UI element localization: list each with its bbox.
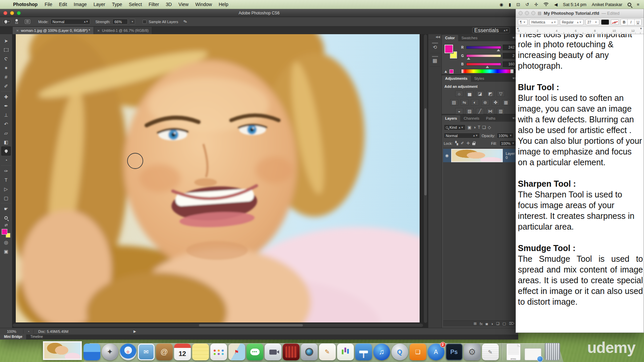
tab-styles[interactable]: Styles bbox=[471, 75, 488, 82]
blend-mode-dropdown[interactable]: Normal ▲▼ bbox=[444, 133, 480, 138]
menu-view[interactable]: View bbox=[175, 2, 192, 7]
zoom-button[interactable] bbox=[531, 11, 535, 15]
tool-spot-healing-brush[interactable]: ✚ bbox=[1, 92, 11, 101]
blue-value[interactable]: 160 bbox=[503, 61, 516, 67]
foreground-color-swatch[interactable] bbox=[2, 229, 7, 235]
spotlight-icon[interactable] bbox=[628, 3, 631, 6]
font-style-dropdown[interactable]: Regular▲▼ bbox=[560, 19, 584, 25]
record-icon[interactable]: ◉ bbox=[499, 2, 503, 7]
tool-move[interactable]: ➤ bbox=[1, 36, 11, 45]
filter-shape-layers-icon[interactable]: ❏ bbox=[482, 125, 486, 130]
horizontal-scroll-thumb[interactable] bbox=[199, 324, 303, 326]
dock-facetime[interactable] bbox=[265, 344, 281, 360]
tab-layers[interactable]: Layers bbox=[442, 115, 460, 122]
tab-adjustments[interactable]: Adjustments bbox=[442, 75, 471, 82]
dock-ibooks[interactable]: ❏ bbox=[410, 344, 426, 360]
dock-stationery[interactable] bbox=[525, 348, 541, 360]
filter-kind-dropdown[interactable]: Kind ▲▼ bbox=[444, 124, 466, 130]
layer-mask-icon[interactable]: ◙ bbox=[486, 322, 488, 326]
filter-type-layers-icon[interactable]: T bbox=[478, 125, 480, 130]
tab-mini-bridge[interactable]: Mini Bridge bbox=[0, 335, 26, 340]
font-size-dropdown[interactable]: 27▼ bbox=[585, 19, 599, 25]
textedit-titlebar[interactable]: ▤ My Photoshop Tutorial.rtfd — Edited bbox=[516, 9, 644, 18]
strength-field[interactable]: 66% bbox=[112, 19, 128, 24]
invert-icon[interactable]: ◒ bbox=[455, 108, 463, 114]
tab-woman-1[interactable]: ✕ woman-1.jpg @ 100% (Layer 0, RGB/8*) * bbox=[13, 27, 94, 34]
horizontal-scrollbar[interactable] bbox=[12, 323, 423, 327]
vertical-scrollbar[interactable] bbox=[424, 34, 427, 323]
link-layers-icon[interactable]: ⊞ bbox=[474, 321, 477, 326]
slider-thumb[interactable] bbox=[467, 57, 470, 60]
sample-all-layers-checkbox[interactable] bbox=[143, 20, 147, 24]
close-tab-icon[interactable]: ✕ bbox=[16, 29, 19, 33]
toggle-brush-panel-icon[interactable] bbox=[25, 19, 30, 24]
dock-pages[interactable]: ✎ bbox=[319, 344, 336, 360]
dock-system-preferences[interactable]: ⚙ bbox=[464, 344, 481, 360]
exposure-icon[interactable]: ◩ bbox=[486, 90, 494, 97]
tool-history-brush[interactable]: ↶ bbox=[1, 119, 11, 128]
history-panel-button[interactable]: ⟲ bbox=[430, 40, 440, 53]
bold-button[interactable]: B bbox=[621, 19, 628, 25]
menu-3d[interactable]: 3D bbox=[162, 2, 175, 7]
airbrush-icon[interactable]: ✎ bbox=[183, 19, 187, 24]
keyboard-nav-icon[interactable]: ✢ bbox=[534, 2, 538, 7]
wifi-icon[interactable] bbox=[543, 2, 549, 6]
tool-zoom[interactable] bbox=[1, 213, 11, 222]
menu-type[interactable]: Type bbox=[109, 2, 125, 7]
canvas-area[interactable] bbox=[12, 34, 428, 328]
tab-swatches[interactable]: Swatches bbox=[458, 35, 481, 41]
tab-timeline[interactable]: Timeline bbox=[26, 335, 47, 340]
menu-bar-clock[interactable]: Sat 5:14 pm bbox=[563, 2, 586, 7]
screen-mode-button[interactable]: ▣ bbox=[1, 247, 11, 256]
color-spectrum-ramp[interactable] bbox=[461, 69, 516, 73]
tool-dodge[interactable]: ◔ bbox=[1, 156, 11, 165]
lock-position-icon[interactable]: ✢ bbox=[467, 141, 470, 145]
red-slider[interactable] bbox=[466, 46, 501, 49]
dock-trash[interactable] bbox=[545, 343, 560, 360]
green-value[interactable]: 2 bbox=[503, 53, 516, 59]
menu-image[interactable]: Image bbox=[70, 2, 90, 7]
color-swatches[interactable] bbox=[2, 229, 10, 238]
red-value[interactable]: 242 bbox=[503, 45, 516, 50]
lock-image-icon[interactable]: ✐ bbox=[461, 141, 464, 145]
dock-iphoto[interactable] bbox=[301, 344, 318, 360]
tool-preset-picker[interactable]: ▾ bbox=[3, 19, 11, 24]
dock-finder[interactable] bbox=[84, 344, 100, 360]
fill-field[interactable]: 100% ▼ bbox=[499, 140, 516, 146]
tool-path-selection[interactable]: ▷ bbox=[1, 184, 11, 193]
swap-colors-icon[interactable]: ⇄ bbox=[1, 222, 11, 228]
dock-reminders[interactable] bbox=[210, 344, 227, 360]
strength-dropdown-button[interactable]: ▼ bbox=[130, 19, 135, 24]
dock-quicktime[interactable]: Q bbox=[391, 344, 408, 360]
tab-color[interactable]: Color bbox=[442, 35, 458, 41]
image-preview-thumbnail[interactable] bbox=[43, 341, 82, 360]
italic-button[interactable]: I bbox=[628, 19, 634, 25]
black-white-icon[interactable]: ◐ bbox=[471, 99, 479, 106]
dock-notes[interactable] bbox=[192, 344, 209, 360]
paragraph-style-dropdown[interactable]: ¶▼ bbox=[518, 19, 528, 25]
dock-photoshop[interactable]: Ps bbox=[446, 344, 463, 360]
dock-launchpad[interactable]: ✦ bbox=[102, 344, 118, 360]
menu-select[interactable]: Select bbox=[125, 2, 145, 7]
menu-edit[interactable]: Edit bbox=[56, 2, 70, 7]
opacity-field[interactable]: 100% ▼ bbox=[497, 133, 514, 138]
tab-channels[interactable]: Channels bbox=[460, 115, 482, 122]
blue-slider[interactable] bbox=[466, 63, 501, 66]
color-balance-icon[interactable]: ⇋ bbox=[461, 99, 469, 106]
document-image[interactable] bbox=[16, 34, 420, 322]
dock-photo-booth[interactable] bbox=[283, 344, 300, 360]
dock-maps[interactable]: ⚑ bbox=[228, 344, 245, 360]
properties-panel-button[interactable]: ▦ bbox=[430, 53, 440, 67]
workspace-dropdown[interactable]: Essentials ▲▼ bbox=[472, 27, 510, 33]
zoom-level-field[interactable]: 100% bbox=[0, 329, 23, 334]
selective-color-icon[interactable]: ⋈ bbox=[486, 108, 494, 114]
filter-smart-objects-icon[interactable]: ◇ bbox=[488, 125, 491, 130]
highlight-color-button[interactable]: a bbox=[611, 19, 619, 25]
mode-dropdown[interactable]: Normal ▲▼ bbox=[51, 19, 90, 24]
notification-center-icon[interactable]: ≡ bbox=[637, 2, 639, 7]
textedit-document[interactable]: These tools plays an important role in p… bbox=[516, 34, 644, 333]
tool-brush[interactable]: ✒ bbox=[1, 101, 11, 110]
new-layer-icon[interactable]: ▢ bbox=[502, 321, 506, 326]
threshold-icon[interactable]: ╱ bbox=[476, 108, 484, 114]
color-lookup-icon[interactable]: ▦ bbox=[502, 99, 510, 106]
